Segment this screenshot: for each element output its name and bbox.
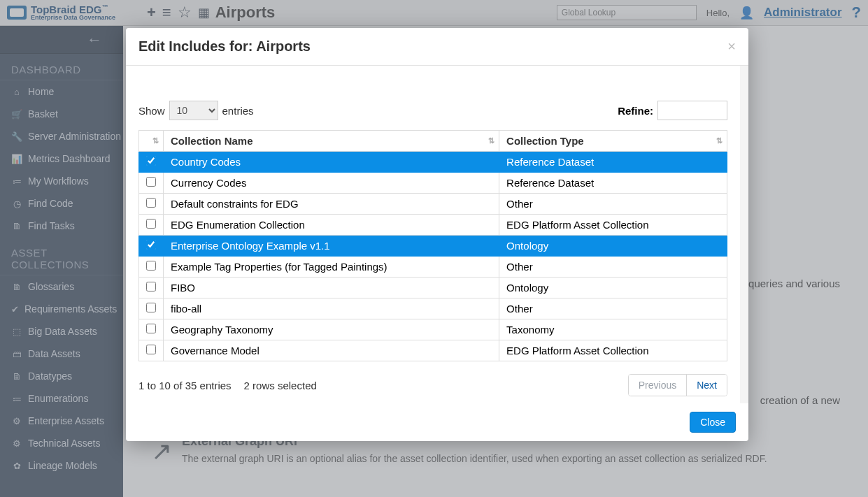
table-row[interactable]: Geography TaxonomyTaxonomy [139, 319, 727, 340]
cell-type: Other [499, 257, 727, 278]
table-row[interactable]: fibo-allOther [139, 298, 727, 319]
cell-type: Other [499, 298, 727, 319]
table-row[interactable]: Currency CodesReference Dataset [139, 173, 727, 194]
close-icon[interactable]: × [727, 38, 736, 55]
sort-icon[interactable]: ⇅ [488, 138, 495, 144]
col-name[interactable]: Collection Name⇅ [164, 131, 499, 152]
cell-type: Other [499, 194, 727, 215]
row-checkbox[interactable] [146, 219, 156, 229]
close-button[interactable]: Close [690, 412, 736, 433]
cell-name: FIBO [164, 278, 499, 298]
pager: Previous Next [628, 374, 727, 396]
refine-input[interactable] [657, 101, 727, 120]
entries-select[interactable]: 10 [169, 101, 218, 120]
cell-type: EDG Platform Asset Collection [499, 340, 727, 361]
cell-type: Taxonomy [499, 319, 727, 340]
table-row[interactable]: Enterprise Ontology Example v1.1Ontology [139, 236, 727, 257]
col-checkbox[interactable]: ⇅ [139, 131, 164, 152]
previous-button[interactable]: Previous [629, 375, 687, 396]
cell-type: Ontology [499, 278, 727, 298]
row-checkbox[interactable] [146, 303, 156, 312]
next-button[interactable]: Next [687, 375, 727, 396]
row-checkbox[interactable] [146, 261, 156, 271]
table-row[interactable]: Governance ModelEDG Platform Asset Colle… [139, 340, 727, 361]
entries-label: entries [222, 105, 254, 117]
cell-type: EDG Platform Asset Collection [499, 215, 727, 236]
table-row[interactable]: Country CodesReference Dataset [139, 152, 727, 173]
row-checkbox[interactable] [146, 345, 156, 354]
sort-icon[interactable]: ⇅ [716, 138, 723, 144]
table-row[interactable]: FIBOOntology [139, 278, 727, 298]
cell-type: Reference Dataset [499, 152, 727, 173]
col-type[interactable]: Collection Type⇅ [499, 131, 727, 152]
edit-includes-modal: Edit Includes for: Airports × Show 10 en… [126, 28, 748, 441]
refine-label: Refine: [618, 105, 653, 117]
cell-name: EDG Enumeration Collection [164, 215, 499, 236]
row-checkbox[interactable] [146, 240, 156, 250]
cell-name: Geography Taxonomy [164, 319, 499, 340]
cell-type: Reference Dataset [499, 173, 727, 194]
cell-type: Ontology [499, 236, 727, 257]
cell-name: Example Tag Properties (for Tagged Paint… [164, 257, 499, 278]
cell-name: Currency Codes [164, 173, 499, 194]
row-checkbox[interactable] [146, 156, 156, 166]
table-row[interactable]: Example Tag Properties (for Tagged Paint… [139, 257, 727, 278]
includes-table: ⇅ Collection Name⇅ Collection Type⇅ Coun… [138, 130, 727, 361]
cell-name: Default constraints for EDG [164, 194, 499, 215]
row-checkbox[interactable] [146, 198, 156, 208]
cell-name: Enterprise Ontology Example v1.1 [164, 236, 499, 257]
table-row[interactable]: EDG Enumeration CollectionEDG Platform A… [139, 215, 727, 236]
cell-name: Country Codes [164, 152, 499, 173]
show-label: Show [138, 105, 165, 117]
selection-info: 2 rows selected [244, 380, 317, 391]
sort-icon[interactable]: ⇅ [152, 138, 159, 144]
row-checkbox[interactable] [146, 282, 156, 291]
cell-name: fibo-all [164, 298, 499, 319]
modal-title: Edit Includes for: Airports [138, 38, 311, 55]
row-checkbox[interactable] [146, 177, 156, 187]
cell-name: Governance Model [164, 340, 499, 361]
table-info: 1 to 10 of 35 entries [138, 380, 232, 391]
table-row[interactable]: Default constraints for EDGOther [139, 194, 727, 215]
row-checkbox[interactable] [146, 324, 156, 333]
